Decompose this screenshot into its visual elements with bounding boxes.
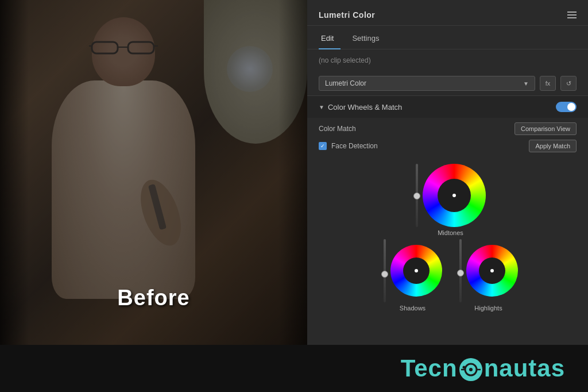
panel-tabs: Edit Settings [307, 26, 588, 49]
color-match-row: Color Match Comparison View [307, 118, 588, 137]
no-clip-label: (no clip selected) [307, 49, 588, 71]
highlights-slider-thumb[interactable] [457, 270, 464, 276]
midtones-color-wheel[interactable] [423, 164, 486, 227]
svg-point-9 [469, 368, 473, 371]
shadows-center-dot [415, 269, 418, 272]
reset-icon: ↺ [566, 80, 571, 87]
shadows-color-wheel[interactable] [390, 245, 442, 297]
highlights-center-dot [490, 269, 494, 272]
bottom-wheels: Shadows Highlights [384, 239, 518, 312]
midtones-wheel-row [416, 164, 486, 227]
chevron-down-icon: ▼ [523, 80, 529, 87]
highlights-wheel-wrapper [466, 245, 518, 297]
shadows-wheel-row [384, 239, 442, 302]
apply-match-button[interactable]: Apply Match [529, 140, 577, 152]
lumetri-panel: Lumetri Color Edit Settings (no clip sel… [307, 0, 588, 345]
hamburger-line-3 [567, 17, 577, 18]
hamburger-line-1 [567, 11, 577, 13]
branding-bar: Tecn nautas [0, 345, 588, 392]
highlights-vertical-slider[interactable] [459, 239, 462, 302]
shadows-label: Shadows [400, 305, 425, 312]
color-match-label: Color Match [319, 125, 356, 133]
panel-title: Lumetri Color [319, 10, 375, 20]
face-detection-label: Face Detection [331, 142, 378, 150]
midtones-label: Midtones [438, 229, 463, 236]
face-detection-row: Face Detection Apply Match [307, 137, 588, 158]
midtones-wheel-wrapper [423, 164, 486, 227]
dropdown-row: Lumetri Color ▼ fx ↺ [307, 71, 588, 95]
shadows-slider-thumb[interactable] [381, 271, 388, 278]
section-header: ▼ Color Wheels & Match [307, 95, 588, 118]
section-chevron-icon[interactable]: ▼ [319, 104, 324, 110]
brand-text: Tecn nautas [401, 355, 565, 383]
midtones-slider-thumb[interactable] [413, 193, 420, 199]
fx-label: fx [546, 80, 551, 87]
tab-edit[interactable]: Edit [319, 30, 341, 49]
face-detection-left: Face Detection [319, 142, 378, 150]
shadows-wheel-inner [403, 258, 430, 284]
dropdown-value: Lumetri Color [325, 79, 366, 87]
hamburger-line-2 [567, 14, 577, 16]
highlights-container: Highlights [459, 239, 518, 312]
reset-button[interactable]: ↺ [560, 76, 577, 91]
highlights-wheel-row [459, 239, 518, 302]
brand-text-tecn: Tecn [401, 355, 458, 382]
lumetri-dropdown[interactable]: Lumetri Color ▼ [319, 76, 535, 91]
video-content: Before [0, 0, 307, 345]
highlights-wheel-inner [479, 258, 505, 284]
shadows-vertical-slider[interactable] [384, 239, 386, 302]
wheels-area: Midtones Shad [307, 158, 588, 317]
fx-button[interactable]: fx [540, 76, 556, 91]
shadows-wheel-wrapper [390, 245, 442, 297]
brand-text-nautas: nautas [484, 355, 565, 382]
svg-point-12 [462, 366, 465, 369]
video-panel: Before [0, 0, 307, 345]
midtones-vertical-slider[interactable] [416, 164, 418, 227]
before-label: Before [117, 286, 189, 310]
hamburger-menu-icon[interactable] [567, 11, 577, 18]
shadows-container: Shadows [384, 239, 442, 312]
tab-settings[interactable]: Settings [350, 30, 386, 49]
midtones-container: Midtones [416, 164, 486, 236]
midtones-center-dot [452, 194, 456, 197]
face-detection-checkbox[interactable] [319, 142, 327, 150]
section-title-row: ▼ Color Wheels & Match [319, 103, 402, 112]
toggle-switch[interactable] [556, 102, 577, 112]
highlights-color-wheel[interactable] [466, 245, 518, 297]
brand-icon [458, 357, 483, 382]
section-title: Color Wheels & Match [328, 103, 402, 112]
highlights-label: Highlights [474, 305, 502, 312]
panel-header: Lumetri Color [307, 0, 588, 26]
comparison-view-button[interactable]: Comparison View [514, 122, 577, 135]
midtones-wheel-inner [438, 179, 471, 212]
